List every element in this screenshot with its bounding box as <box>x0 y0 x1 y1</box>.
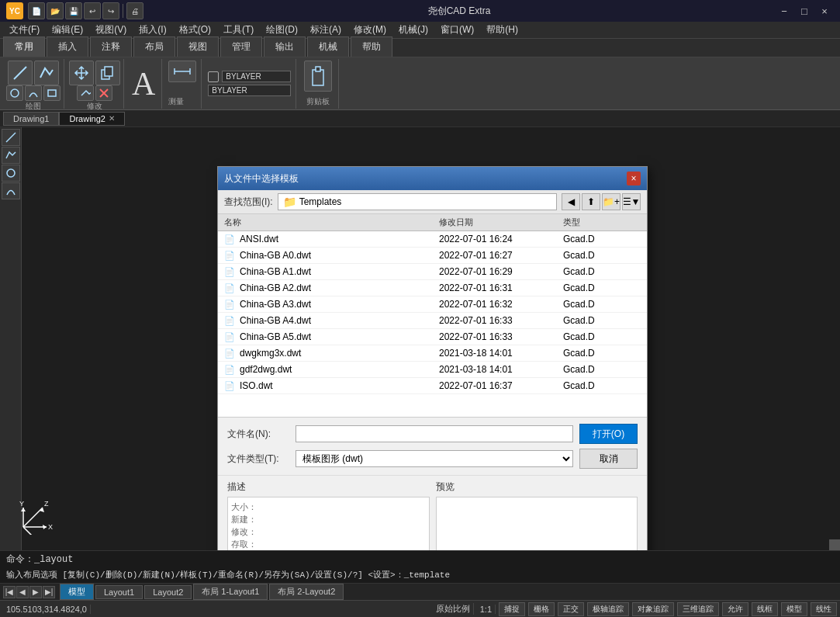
menu-draw[interactable]: 绘图(D) <box>260 23 304 38</box>
menu-file[interactable]: 文件(F) <box>3 23 46 38</box>
status-linear[interactable]: 线性 <box>811 602 837 616</box>
status-allow[interactable]: 允许 <box>722 602 748 616</box>
tab-manage[interactable]: 管理 <box>220 36 262 57</box>
filetype-select[interactable]: 模板图形 (dwt) <box>296 450 573 467</box>
tab-mechanical[interactable]: 机械 <box>307 36 349 57</box>
nav-up-button[interactable]: ⬆ <box>582 193 600 210</box>
svg-text:Z: Z <box>44 500 49 508</box>
command-area: 命令：_layout 输入布局选项 [复制(C)/删除(D)/新建(N)/样板(… <box>0 550 840 583</box>
tb-icon-undo[interactable]: ↩ <box>84 2 101 19</box>
drawing-tab-close[interactable]: ✕ <box>109 114 115 123</box>
status-3d-track[interactable]: 三维追踪 <box>677 602 719 616</box>
file-row-0[interactable]: 📄 ANSI.dwt 2022-07-01 16:24 Gcad.D <box>218 231 647 248</box>
file-icon-3: 📄 <box>224 283 235 293</box>
ribbon-btn-paste[interactable] <box>304 61 332 92</box>
ribbon-btn-stretch[interactable] <box>77 85 94 101</box>
desc-field-1: 新建： <box>231 514 426 525</box>
status-polar[interactable]: 极轴追踪 <box>587 602 629 616</box>
tab-view[interactable]: 视图 <box>177 36 219 57</box>
ribbon-btn-move[interactable] <box>69 61 94 85</box>
cancel-button[interactable]: 取消 <box>579 449 638 469</box>
tb-icon-save[interactable]: 💾 <box>65 2 82 19</box>
ribbon-btn-arc[interactable] <box>25 85 42 101</box>
file-row-7[interactable]: 📄 dwgkmg3x.dwt 2021-03-18 14:01 Gcad.D <box>218 345 647 362</box>
ribbon-btn-polyline[interactable] <box>34 61 59 85</box>
file-row-6[interactable]: 📄 China-GB A5.dwt 2022-07-01 16:33 Gcad.… <box>218 329 647 345</box>
close-button[interactable]: × <box>815 3 834 19</box>
status-ortho[interactable]: 正交 <box>558 602 584 616</box>
tb-icon-redo[interactable]: ↪ <box>102 2 119 19</box>
layout-tab-layout1[interactable]: Layout1 <box>95 585 143 599</box>
layout-tab-bu1[interactable]: 布局 1-Layout1 <box>193 584 268 600</box>
menu-edit[interactable]: 编辑(E) <box>46 23 89 38</box>
menu-mechanical[interactable]: 机械(J) <box>392 23 434 38</box>
svg-text:Y: Y <box>19 500 24 508</box>
file-row-3[interactable]: 📄 China-GB A2.dwt 2022-07-01 16:31 Gcad.… <box>218 280 647 296</box>
layout-nav-prev[interactable]: ◀ <box>16 586 29 598</box>
file-row-4[interactable]: 📄 China-GB A3.dwt 2022-07-01 16:32 Gcad.… <box>218 296 647 313</box>
file-name-cell-3: 📄 China-GB A2.dwt <box>224 283 439 293</box>
location-label: 查找范围(I): <box>224 196 273 209</box>
left-tb-poly[interactable] <box>2 147 20 164</box>
file-row-9[interactable]: 📄 ISO.dwt 2022-07-01 16:37 Gcad.D <box>218 378 647 394</box>
view-toggle-button[interactable]: ☰▼ <box>622 193 641 210</box>
ribbon-btn-line[interactable] <box>8 61 33 85</box>
tab-common[interactable]: 常用 <box>3 36 45 57</box>
layout-nav-first[interactable]: |◀ <box>3 586 16 598</box>
open-button[interactable]: 打开(O) <box>579 424 638 444</box>
ribbon-btn-delete[interactable] <box>95 85 112 101</box>
status-wireframe[interactable]: 线框 <box>752 602 778 616</box>
line-type-display: BYLAYER <box>208 85 291 96</box>
tab-output[interactable]: 输出 <box>264 36 306 57</box>
status-snap[interactable]: 捕捉 <box>499 602 525 616</box>
dialog-close-button[interactable]: × <box>627 172 641 185</box>
drawing-tab-2[interactable]: Drawing2 ✕ <box>59 112 124 126</box>
status-osnap[interactable]: 对象追踪 <box>632 602 674 616</box>
tab-insert[interactable]: 插入 <box>47 36 88 57</box>
status-model[interactable]: 模型 <box>781 602 807 616</box>
menu-insert[interactable]: 插入(I) <box>133 23 172 38</box>
layout-tab-layout2[interactable]: Layout2 <box>144 585 192 599</box>
minimize-button[interactable]: − <box>775 3 793 19</box>
menu-format[interactable]: 格式(O) <box>173 23 217 38</box>
file-name-6: China-GB A5.dwt <box>240 331 311 342</box>
tb-icon-open[interactable]: 📂 <box>47 2 64 19</box>
scroll-indicator <box>829 539 840 550</box>
tb-icon-new[interactable]: 📄 <box>28 2 45 19</box>
left-tb-circle[interactable] <box>2 165 20 182</box>
file-list[interactable]: 📄 ANSI.dwt 2022-07-01 16:24 Gcad.D 📄 Chi… <box>218 231 647 418</box>
menu-help[interactable]: 帮助(H) <box>480 23 524 38</box>
file-name-3: China-GB A2.dwt <box>240 283 311 293</box>
maximize-button[interactable]: □ <box>795 3 814 19</box>
file-row-2[interactable]: 📄 China-GB A1.dwt 2022-07-01 16:29 Gcad.… <box>218 264 647 280</box>
tab-help[interactable]: 帮助 <box>351 36 392 57</box>
create-folder-button[interactable]: 📁+ <box>602 193 620 210</box>
file-row-8[interactable]: 📄 gdf2dwg.dwt 2021-03-18 14:01 Gcad.D <box>218 362 647 378</box>
status-grid[interactable]: 栅格 <box>528 602 555 616</box>
tb-icon-plot[interactable]: 🖨 <box>126 2 143 19</box>
menu-modify[interactable]: 修改(M) <box>347 23 392 38</box>
nav-back-button[interactable]: ◀ <box>562 193 580 210</box>
drawing-tab-1[interactable]: Drawing1 <box>3 112 59 126</box>
menu-window[interactable]: 窗口(W) <box>434 23 480 38</box>
layout-nav-last[interactable]: ▶| <box>43 586 55 598</box>
menu-annotate[interactable]: 标注(A) <box>304 23 347 38</box>
menu-view[interactable]: 视图(V) <box>89 23 133 38</box>
file-row-5[interactable]: 📄 China-GB A4.dwt 2022-07-01 16:33 Gcad.… <box>218 313 647 329</box>
layout-tab-bu2[interactable]: 布局 2-Layout2 <box>269 584 344 600</box>
layout-nav-next[interactable]: ▶ <box>29 586 42 598</box>
ribbon-btn-copy[interactable] <box>95 61 120 85</box>
dialog-form: 文件名(N): 打开(O) 文件类型(T): 模板图形 (dwt) 取消 <box>218 418 647 475</box>
filename-input[interactable] <box>296 425 573 442</box>
file-date-0: 2022-07-01 16:24 <box>439 234 563 244</box>
ribbon-btn-rect[interactable] <box>43 85 60 101</box>
left-tb-line[interactable] <box>2 129 20 146</box>
file-row-1[interactable]: 📄 China-GB A0.dwt 2022-07-01 16:27 Gcad.… <box>218 248 647 264</box>
left-tb-arc[interactable] <box>2 182 20 199</box>
menu-tools[interactable]: 工具(T) <box>217 23 260 38</box>
layout-tab-model[interactable]: 模型 <box>60 584 94 600</box>
ribbon-btn-circle[interactable] <box>6 85 23 101</box>
ribbon-btn-measure[interactable] <box>168 61 196 82</box>
tab-annotate[interactable]: 注释 <box>90 36 132 57</box>
tab-layout[interactable]: 布局 <box>133 36 175 57</box>
